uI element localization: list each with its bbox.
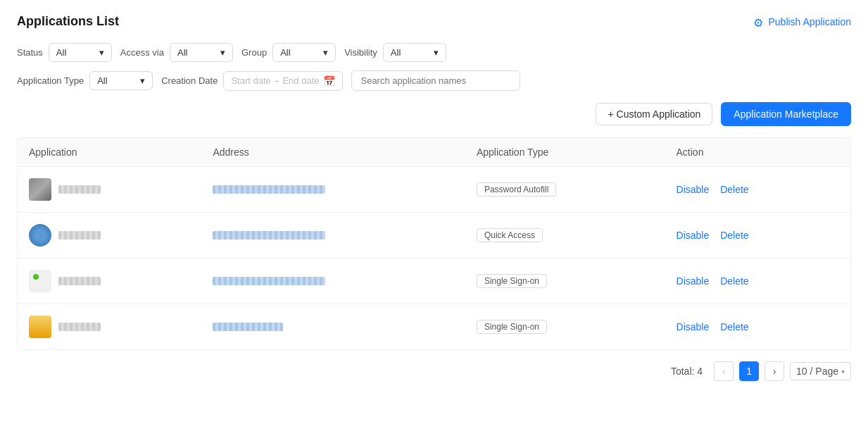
app-cell xyxy=(18,304,201,350)
end-date-placeholder: End date xyxy=(282,75,319,86)
col-header-application: Application xyxy=(18,138,201,167)
visibility-filter-group: Visibility All ▾ xyxy=(344,43,446,62)
app-name xyxy=(58,277,101,285)
app-cell xyxy=(18,167,201,213)
chevron-down-icon: ▾ xyxy=(140,75,145,86)
delete-link[interactable]: Delete xyxy=(720,230,748,241)
delete-link[interactable]: Delete xyxy=(720,321,748,332)
disable-link[interactable]: Disable xyxy=(677,275,710,287)
access-via-label: Access via xyxy=(120,47,164,58)
application-marketplace-button[interactable]: Application Marketplace xyxy=(721,102,851,126)
publish-application-button[interactable]: Publish Application xyxy=(753,16,851,27)
col-header-action: Action xyxy=(665,138,850,167)
app-address xyxy=(213,231,325,239)
disable-link[interactable]: Disable xyxy=(677,321,710,332)
app-icon xyxy=(29,270,51,292)
chevron-down-icon: ▾ xyxy=(220,47,225,58)
app-address xyxy=(213,277,325,285)
app-cell xyxy=(18,213,201,259)
creation-date-filter-group: Creation Date Start date - End date 📅 xyxy=(161,71,343,91)
action-cell: Disable Delete xyxy=(665,167,850,213)
start-date-placeholder: Start date xyxy=(231,75,270,86)
chevron-down-icon: ▾ xyxy=(841,368,845,375)
delete-link[interactable]: Delete xyxy=(720,275,748,287)
table-row: Single Sign-on Disable Delete xyxy=(18,259,850,304)
status-filter-group: Status All ▾ xyxy=(17,43,112,62)
status-label: Status xyxy=(17,47,43,58)
actions-row: + Custom Application Application Marketp… xyxy=(17,102,851,126)
app-type-cell: Password Autofill xyxy=(465,167,665,213)
disable-link[interactable]: Disable xyxy=(677,184,710,195)
pagination-total: Total: 4 xyxy=(671,366,703,377)
app-cell xyxy=(18,259,201,304)
table-header: Application Address Application Type Act… xyxy=(18,138,850,167)
table-row: Password Autofill Disable Delete xyxy=(18,167,850,213)
pagination-page-1-button[interactable]: 1 xyxy=(739,361,759,381)
applications-table-container: Application Address Application Type Act… xyxy=(17,137,851,350)
pagination-next-button[interactable]: › xyxy=(765,361,784,381)
calendar-icon: 📅 xyxy=(323,75,335,87)
address-cell xyxy=(201,259,465,304)
chevron-down-icon: ▾ xyxy=(99,47,104,58)
action-cell: Disable Delete xyxy=(665,304,850,350)
app-name xyxy=(58,323,101,331)
action-cell: Disable Delete xyxy=(665,259,850,304)
app-address xyxy=(213,323,283,331)
app-icon xyxy=(29,316,51,338)
filters-row-1: Status All ▾ Access via All ▾ Group All … xyxy=(17,43,851,62)
group-filter-group: Group All ▾ xyxy=(241,43,336,62)
group-label: Group xyxy=(241,47,267,58)
address-cell xyxy=(201,167,465,213)
app-name xyxy=(58,185,101,194)
app-icon xyxy=(29,178,51,201)
access-via-select[interactable]: All ▾ xyxy=(170,43,233,62)
status-select[interactable]: All ▾ xyxy=(49,43,112,62)
table-row: Single Sign-on Disable Delete xyxy=(18,304,850,350)
group-select[interactable]: All ▾ xyxy=(272,43,336,62)
table-row: Quick Access Disable Delete xyxy=(18,213,850,259)
visibility-select[interactable]: All ▾ xyxy=(383,43,446,62)
delete-link[interactable]: Delete xyxy=(720,184,748,195)
col-header-app-type: Application Type xyxy=(465,138,665,167)
chevron-down-icon: ▾ xyxy=(323,47,328,58)
search-input[interactable] xyxy=(351,70,520,91)
app-type-cell: Quick Access xyxy=(465,213,665,259)
page-header: Applications List Publish Application xyxy=(17,14,851,29)
app-type-select[interactable]: All ▾ xyxy=(89,71,153,90)
address-cell xyxy=(201,304,465,350)
app-type-badge: Password Autofill xyxy=(477,182,556,197)
pagination-prev-button[interactable]: ‹ xyxy=(714,361,734,381)
disable-link[interactable]: Disable xyxy=(677,230,710,241)
app-type-badge: Quick Access xyxy=(477,228,543,242)
action-cell: Disable Delete xyxy=(665,213,850,259)
app-type-badge: Single Sign-on xyxy=(477,274,547,288)
app-name xyxy=(58,231,101,239)
address-cell xyxy=(201,213,465,259)
app-address xyxy=(213,185,325,194)
app-type-cell: Single Sign-on xyxy=(465,304,665,350)
app-type-filter-group: Application Type All ▾ xyxy=(17,71,153,90)
page-container: Applications List Publish Application St… xyxy=(0,0,868,448)
table-body: Password Autofill Disable Delete xyxy=(18,167,850,350)
applications-table: Application Address Application Type Act… xyxy=(18,138,850,349)
visibility-label: Visibility xyxy=(344,47,377,58)
app-type-badge: Single Sign-on xyxy=(477,320,547,334)
pagination: Total: 4 ‹ 1 › 10 / Page ▾ xyxy=(17,361,851,381)
filters-row-2: Application Type All ▾ Creation Date Sta… xyxy=(17,70,851,91)
app-type-cell: Single Sign-on xyxy=(465,259,665,304)
page-title: Applications List xyxy=(17,14,119,29)
app-type-label: Application Type xyxy=(17,75,84,86)
access-via-filter-group: Access via All ▾ xyxy=(120,43,233,62)
date-range-picker[interactable]: Start date - End date 📅 xyxy=(223,71,343,91)
per-page-select[interactable]: 10 / Page ▾ xyxy=(790,362,851,380)
chevron-down-icon: ▾ xyxy=(434,47,439,58)
gear-icon xyxy=(753,16,764,27)
creation-date-label: Creation Date xyxy=(161,75,218,86)
app-icon xyxy=(29,224,51,247)
custom-application-button[interactable]: + Custom Application xyxy=(596,103,712,125)
col-header-address: Address xyxy=(201,138,465,167)
